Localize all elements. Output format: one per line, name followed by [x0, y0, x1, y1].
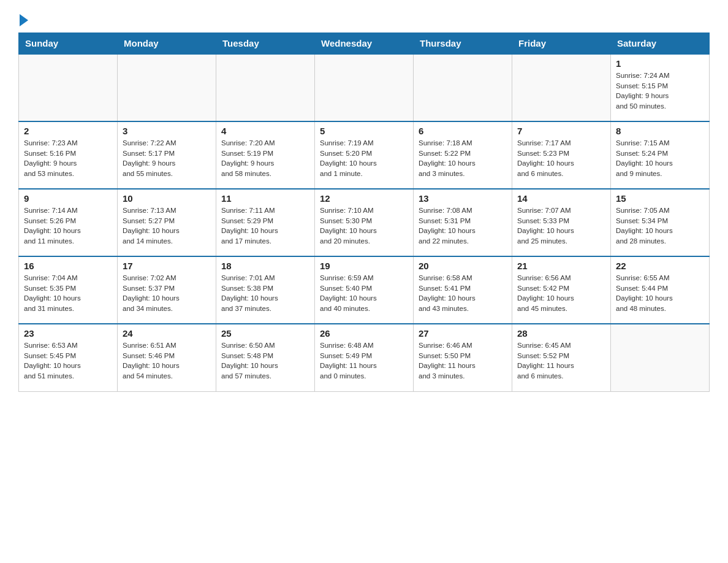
calendar-cell: 4Sunrise: 7:20 AM Sunset: 5:19 PM Daylig… — [216, 121, 315, 189]
calendar-header-row: SundayMondayTuesdayWednesdayThursdayFrid… — [19, 33, 710, 55]
day-number: 28 — [517, 328, 605, 339]
day-info: Sunrise: 6:55 AM Sunset: 5:44 PM Dayligh… — [616, 273, 704, 314]
weekday-header-sunday: Sunday — [19, 33, 118, 55]
weekday-header-monday: Monday — [118, 33, 216, 55]
calendar-cell — [611, 324, 710, 391]
calendar-cell: 5Sunrise: 7:19 AM Sunset: 5:20 PM Daylig… — [315, 121, 414, 189]
day-number: 3 — [123, 126, 211, 136]
weekday-header-tuesday: Tuesday — [216, 33, 315, 55]
calendar-cell — [414, 54, 512, 121]
calendar-cell: 8Sunrise: 7:15 AM Sunset: 5:24 PM Daylig… — [611, 121, 710, 189]
day-number: 9 — [24, 193, 112, 204]
day-number: 4 — [221, 126, 309, 136]
day-info: Sunrise: 7:04 AM Sunset: 5:35 PM Dayligh… — [24, 273, 112, 314]
day-info: Sunrise: 6:56 AM Sunset: 5:42 PM Dayligh… — [517, 273, 605, 314]
day-info: Sunrise: 7:23 AM Sunset: 5:16 PM Dayligh… — [24, 138, 112, 179]
day-info: Sunrise: 7:19 AM Sunset: 5:20 PM Dayligh… — [320, 138, 408, 179]
day-number: 2 — [24, 126, 112, 136]
day-number: 16 — [24, 261, 112, 271]
calendar-cell: 14Sunrise: 7:07 AM Sunset: 5:33 PM Dayli… — [512, 189, 611, 256]
calendar-cell — [118, 54, 216, 121]
day-number: 1 — [616, 58, 704, 69]
day-number: 8 — [616, 126, 704, 136]
calendar-cell: 2Sunrise: 7:23 AM Sunset: 5:16 PM Daylig… — [19, 121, 118, 189]
day-number: 11 — [221, 193, 309, 204]
calendar-cell: 22Sunrise: 6:55 AM Sunset: 5:44 PM Dayli… — [611, 256, 710, 324]
weekday-header-wednesday: Wednesday — [315, 33, 414, 55]
calendar-cell: 26Sunrise: 6:48 AM Sunset: 5:49 PM Dayli… — [315, 324, 414, 391]
day-number: 17 — [123, 261, 211, 271]
calendar-cell: 1Sunrise: 7:24 AM Sunset: 5:15 PM Daylig… — [611, 54, 710, 121]
calendar-cell: 28Sunrise: 6:45 AM Sunset: 5:52 PM Dayli… — [512, 324, 611, 391]
day-info: Sunrise: 6:53 AM Sunset: 5:45 PM Dayligh… — [24, 340, 112, 381]
day-number: 15 — [616, 193, 704, 204]
calendar-cell: 25Sunrise: 6:50 AM Sunset: 5:48 PM Dayli… — [216, 324, 315, 391]
day-info: Sunrise: 7:02 AM Sunset: 5:37 PM Dayligh… — [123, 273, 211, 314]
calendar-cell — [216, 54, 315, 121]
week-row-5: 23Sunrise: 6:53 AM Sunset: 5:45 PM Dayli… — [19, 324, 710, 391]
day-number: 10 — [123, 193, 211, 204]
calendar-cell: 27Sunrise: 6:46 AM Sunset: 5:50 PM Dayli… — [414, 324, 512, 391]
day-number: 13 — [419, 193, 507, 204]
day-number: 21 — [517, 261, 605, 271]
calendar-cell — [512, 54, 611, 121]
logo — [18, 12, 28, 26]
day-number: 25 — [221, 328, 309, 339]
weekday-header-saturday: Saturday — [611, 33, 710, 55]
day-number: 24 — [123, 328, 211, 339]
day-info: Sunrise: 6:50 AM Sunset: 5:48 PM Dayligh… — [221, 340, 309, 381]
week-row-1: 1Sunrise: 7:24 AM Sunset: 5:15 PM Daylig… — [19, 54, 710, 121]
calendar-cell: 20Sunrise: 6:58 AM Sunset: 5:41 PM Dayli… — [414, 256, 512, 324]
weekday-header-thursday: Thursday — [414, 33, 512, 55]
calendar-table: SundayMondayTuesdayWednesdayThursdayFrid… — [18, 33, 710, 392]
day-info: Sunrise: 6:46 AM Sunset: 5:50 PM Dayligh… — [419, 340, 507, 381]
day-number: 19 — [320, 261, 408, 271]
day-info: Sunrise: 7:22 AM Sunset: 5:17 PM Dayligh… — [123, 138, 211, 179]
week-row-3: 9Sunrise: 7:14 AM Sunset: 5:26 PM Daylig… — [19, 189, 710, 256]
day-number: 26 — [320, 328, 408, 339]
day-info: Sunrise: 6:51 AM Sunset: 5:46 PM Dayligh… — [123, 340, 211, 381]
day-info: Sunrise: 6:48 AM Sunset: 5:49 PM Dayligh… — [320, 340, 408, 381]
day-info: Sunrise: 7:18 AM Sunset: 5:22 PM Dayligh… — [419, 138, 507, 179]
day-info: Sunrise: 7:14 AM Sunset: 5:26 PM Dayligh… — [24, 205, 112, 247]
day-number: 6 — [419, 126, 507, 136]
day-number: 7 — [517, 126, 605, 136]
calendar-cell — [315, 54, 414, 121]
calendar-cell: 12Sunrise: 7:10 AM Sunset: 5:30 PM Dayli… — [315, 189, 414, 256]
day-number: 14 — [517, 193, 605, 204]
day-number: 20 — [419, 261, 507, 271]
calendar-cell: 16Sunrise: 7:04 AM Sunset: 5:35 PM Dayli… — [19, 256, 118, 324]
calendar-cell: 6Sunrise: 7:18 AM Sunset: 5:22 PM Daylig… — [414, 121, 512, 189]
day-number: 5 — [320, 126, 408, 136]
day-info: Sunrise: 6:58 AM Sunset: 5:41 PM Dayligh… — [419, 273, 507, 314]
calendar-cell: 17Sunrise: 7:02 AM Sunset: 5:37 PM Dayli… — [118, 256, 216, 324]
day-info: Sunrise: 7:20 AM Sunset: 5:19 PM Dayligh… — [221, 138, 309, 179]
calendar-cell: 24Sunrise: 6:51 AM Sunset: 5:46 PM Dayli… — [118, 324, 216, 391]
day-number: 18 — [221, 261, 309, 271]
day-info: Sunrise: 7:07 AM Sunset: 5:33 PM Dayligh… — [517, 205, 605, 247]
calendar-cell: 23Sunrise: 6:53 AM Sunset: 5:45 PM Dayli… — [19, 324, 118, 391]
day-info: Sunrise: 7:11 AM Sunset: 5:29 PM Dayligh… — [221, 205, 309, 247]
calendar-cell: 18Sunrise: 7:01 AM Sunset: 5:38 PM Dayli… — [216, 256, 315, 324]
day-info: Sunrise: 7:01 AM Sunset: 5:38 PM Dayligh… — [221, 273, 309, 314]
day-info: Sunrise: 7:05 AM Sunset: 5:34 PM Dayligh… — [616, 205, 704, 247]
week-row-4: 16Sunrise: 7:04 AM Sunset: 5:35 PM Dayli… — [19, 256, 710, 324]
day-number: 23 — [24, 328, 112, 339]
day-info: Sunrise: 7:17 AM Sunset: 5:23 PM Dayligh… — [517, 138, 605, 179]
calendar-cell: 15Sunrise: 7:05 AM Sunset: 5:34 PM Dayli… — [611, 189, 710, 256]
day-info: Sunrise: 7:24 AM Sunset: 5:15 PM Dayligh… — [616, 71, 704, 112]
day-info: Sunrise: 7:13 AM Sunset: 5:27 PM Dayligh… — [123, 205, 211, 247]
week-row-2: 2Sunrise: 7:23 AM Sunset: 5:16 PM Daylig… — [19, 121, 710, 189]
calendar-cell: 19Sunrise: 6:59 AM Sunset: 5:40 PM Dayli… — [315, 256, 414, 324]
calendar-cell: 7Sunrise: 7:17 AM Sunset: 5:23 PM Daylig… — [512, 121, 611, 189]
day-number: 27 — [419, 328, 507, 339]
day-number: 12 — [320, 193, 408, 204]
day-number: 22 — [616, 261, 704, 271]
calendar-cell: 13Sunrise: 7:08 AM Sunset: 5:31 PM Dayli… — [414, 189, 512, 256]
calendar-cell — [19, 54, 118, 121]
day-info: Sunrise: 7:08 AM Sunset: 5:31 PM Dayligh… — [419, 205, 507, 247]
day-info: Sunrise: 7:10 AM Sunset: 5:30 PM Dayligh… — [320, 205, 408, 247]
calendar-cell: 3Sunrise: 7:22 AM Sunset: 5:17 PM Daylig… — [118, 121, 216, 189]
calendar-cell: 21Sunrise: 6:56 AM Sunset: 5:42 PM Dayli… — [512, 256, 611, 324]
day-info: Sunrise: 6:45 AM Sunset: 5:52 PM Dayligh… — [517, 340, 605, 381]
